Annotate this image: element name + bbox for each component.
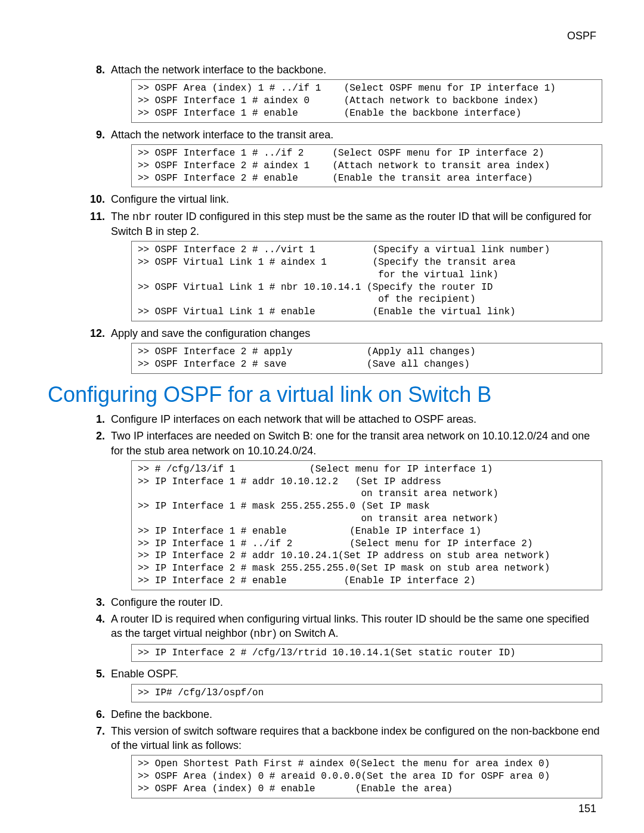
step-number: 5. [85, 667, 105, 681]
step-row: 7. This version of switch software requi… [48, 724, 602, 753]
code-block: >> Open Shortest Path First # aindex 0(S… [131, 755, 602, 798]
page-header-right: OSPF [567, 30, 596, 42]
code-block: >> OSPF Area (index) 1 # ../if 1 (Select… [131, 79, 602, 122]
step-row: 8. Attach the network interface to the b… [48, 63, 602, 77]
step-text: The nbr router ID configured in this ste… [111, 209, 602, 239]
step-row: 4. A router ID is required when configur… [48, 612, 602, 642]
step-text-pre: The [111, 210, 132, 222]
step-text-pre: A router ID is required when configuring… [111, 613, 589, 639]
code-block: >> IP# /cfg/l3/ospf/on [131, 684, 602, 702]
step-text: Configure IP interfaces on each network … [111, 412, 602, 426]
step-number: 11. [85, 209, 105, 224]
inline-code: nbr [253, 628, 273, 640]
step-row: 9. Attach the network interface to the t… [48, 128, 602, 142]
code-block: >> OSPF Interface 2 # apply (Apply all c… [131, 343, 602, 374]
step-number: 7. [85, 724, 105, 738]
step-text: Attach the network interface to the tran… [111, 128, 602, 142]
step-number: 3. [85, 595, 105, 609]
page-content: 8. Attach the network interface to the b… [48, 63, 602, 798]
step-number: 8. [85, 63, 105, 77]
code-block: >> IP Interface 2 # /cfg/l3/rtrid 10.10.… [131, 644, 602, 662]
step-text: Attach the network interface to the back… [111, 63, 602, 77]
step-row: 6. Define the backbone. [48, 707, 602, 721]
step-row: 2. Two IP interfaces are needed on Switc… [48, 429, 602, 458]
section-heading: Configuring OSPF for a virtual link on S… [48, 382, 602, 407]
step-text-post: router ID configured in this step must b… [111, 210, 592, 237]
step-text-post: ) on Switch A. [273, 627, 339, 639]
code-block: >> OSPF Interface 2 # ../virt 1 (Specify… [131, 241, 602, 321]
step-number: 6. [85, 707, 105, 721]
step-text: Configure the router ID. [111, 595, 602, 609]
step-text: This version of switch software requires… [111, 724, 602, 753]
page-number: 151 [578, 803, 596, 815]
step-text: A router ID is required when configuring… [111, 612, 602, 642]
step-text: Enable OSPF. [111, 667, 602, 681]
step-row: 10. Configure the virtual link. [48, 192, 602, 206]
step-row: 5. Enable OSPF. [48, 667, 602, 681]
step-number: 10. [85, 192, 105, 206]
step-number: 12. [85, 326, 105, 340]
step-text: Two IP interfaces are needed on Switch B… [111, 429, 602, 458]
inline-code: nbr [132, 211, 151, 223]
code-block: >> OSPF Interface 1 # ../if 2 (Select OS… [131, 144, 602, 187]
step-row: 12. Apply and save the configuration cha… [48, 326, 602, 340]
step-row: 3. Configure the router ID. [48, 595, 602, 609]
step-row: 1. Configure IP interfaces on each netwo… [48, 412, 602, 426]
step-number: 4. [85, 612, 105, 626]
document-page: OSPF 8. Attach the network interface to … [0, 0, 644, 833]
step-text: Configure the virtual link. [111, 192, 602, 206]
step-text: Apply and save the configuration changes [111, 326, 602, 340]
step-number: 2. [85, 429, 105, 443]
code-block: >> # /cfg/l3/if 1 (Select menu for IP in… [131, 460, 602, 590]
step-text: Define the backbone. [111, 707, 602, 721]
step-number: 9. [85, 128, 105, 142]
step-number: 1. [85, 412, 105, 426]
step-row: 11. The nbr router ID configured in this… [48, 209, 602, 239]
